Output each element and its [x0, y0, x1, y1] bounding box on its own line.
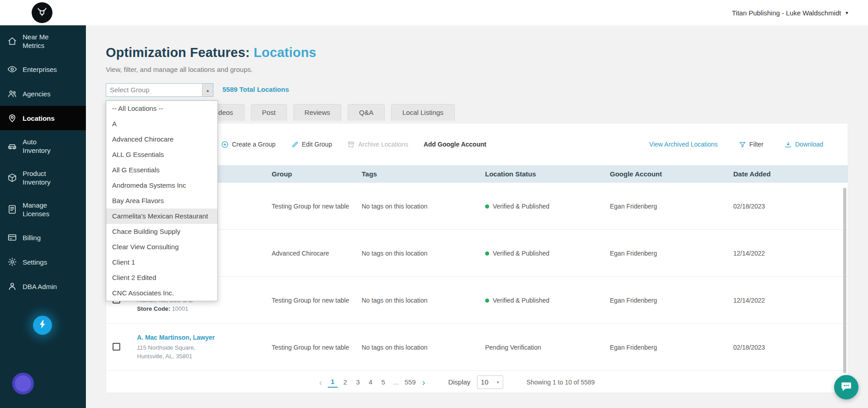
group-option[interactable]: Carmelita's Mexican Restaurant — [106, 209, 217, 224]
view-archived-locations-link[interactable]: View Archived Locations — [649, 141, 718, 148]
sidebar-item-locations[interactable]: Locations — [0, 106, 86, 130]
sidebar-item-product-inventory[interactable]: Product Inventory — [0, 162, 86, 194]
showing-range-label: Showing 1 to 10 of 5589 — [527, 379, 595, 386]
group-option[interactable]: -- All Locations -- — [106, 101, 217, 116]
group-option[interactable]: ALL G Essentials — [106, 147, 217, 162]
sidebar-item-label: Auto Inventory — [23, 138, 62, 155]
quick-action-button[interactable] — [33, 316, 52, 335]
group-option[interactable]: Client 2 Edited — [106, 270, 217, 285]
archive-box-icon — [347, 141, 355, 148]
sidebar-item-label: Product Inventory — [23, 169, 62, 186]
page-button-1[interactable]: 1 — [328, 376, 338, 388]
table-scrollbar[interactable] — [843, 188, 846, 373]
display-label: Display — [448, 378, 470, 386]
titan-logo[interactable] — [32, 2, 52, 23]
group-option[interactable]: Bay Area Flavors — [106, 193, 217, 209]
group-select-value: Select Group — [106, 84, 202, 96]
row-checkbox[interactable] — [113, 343, 120, 351]
store-code: Store Code: 10001 — [137, 304, 266, 313]
group-option[interactable]: A — [106, 116, 217, 132]
date-added-cell: 02/18/2023 — [733, 344, 848, 351]
column-header-location-status: Location Status — [485, 170, 610, 178]
group-option[interactable]: CNC Associates Inc. — [106, 285, 217, 301]
next-page-button[interactable]: › — [422, 378, 425, 387]
date-added-cell: 12/14/2022 — [733, 297, 848, 304]
group-option[interactable]: Andromeda Systems Inc — [106, 178, 217, 193]
account-label: Titan Publishing - Luke Waldschmidt — [732, 9, 841, 17]
edit-group-button[interactable]: Edit Group — [291, 141, 332, 148]
sidebar-item-label: Settings — [23, 258, 47, 266]
page-list: 12345...559 — [326, 376, 418, 388]
tags-cell: No tags on this location — [362, 344, 485, 351]
group-cell: Testing Group for new table — [272, 203, 362, 210]
group-select[interactable]: Select Group ▴ — [106, 83, 213, 97]
status-cell: Verified & Published — [485, 296, 610, 304]
filter-button[interactable]: Filter — [739, 141, 764, 148]
sidebar-item-settings[interactable]: Settings — [0, 250, 86, 274]
sidebar-item-label: Enterprises — [23, 65, 57, 74]
status-cell: Verified & Published — [485, 202, 610, 210]
sidebar-item-billing[interactable]: Billing — [0, 225, 86, 250]
sidebar-item-label: Manage Licenses — [23, 201, 62, 218]
group-option[interactable]: All G Essentials — [106, 162, 217, 178]
page-button-5[interactable]: 5 — [378, 377, 388, 387]
tab-post[interactable]: Post — [251, 104, 287, 121]
billing-icon — [7, 232, 17, 242]
sidebar-item-label: Locations — [23, 114, 55, 123]
group-option[interactable]: Clear View Consulting — [106, 239, 217, 255]
chat-bubble-icon — [840, 380, 853, 394]
tab-reviews[interactable]: Reviews — [293, 104, 342, 121]
sidebar-item-dba-admin[interactable]: DBA Admin — [0, 274, 86, 299]
google-account-cell: Egan Fridenberg — [610, 297, 733, 304]
chevron-down-icon: ▾ — [845, 10, 848, 16]
create-group-button[interactable]: Create a Group — [221, 141, 276, 148]
total-locations-label: 5589 Total Locations — [222, 85, 289, 93]
download-icon — [784, 141, 792, 148]
sidebar-item-enterprises[interactable]: Enterprises — [0, 57, 86, 81]
sidebar-item-agencies[interactable]: Agencies — [0, 81, 86, 106]
group-option[interactable]: Client 1 — [106, 255, 217, 270]
group-option[interactable]: Advanced Chirocare — [106, 132, 217, 147]
sidebar-item-label: Agencies — [23, 90, 51, 98]
chevron-up-icon: ▴ — [207, 88, 209, 93]
eye-icon — [7, 64, 17, 74]
gear-icon — [7, 257, 17, 267]
column-header-google-account: Google Account — [610, 170, 733, 178]
group-option[interactable]: Chace Building Supply — [106, 224, 217, 239]
location-name-link[interactable]: A. Mac Martinson, Lawyer — [137, 334, 266, 341]
page-button-4[interactable]: 4 — [366, 377, 376, 387]
box-icon — [7, 173, 17, 183]
download-button[interactable]: Download — [784, 141, 823, 148]
location-address-line: Huntsville, AL, 35801 — [137, 352, 266, 361]
group-select-toggle-button[interactable]: ▴ — [202, 84, 213, 96]
google-account-cell: Egan Fridenberg — [610, 344, 733, 351]
table-row: A. Mac Martinson, Lawyer115 Northside Sq… — [106, 324, 848, 371]
bull-logo-icon — [36, 5, 48, 20]
page-size-select[interactable]: 10 ▾ — [477, 375, 503, 389]
floating-widget-button[interactable] — [12, 373, 34, 394]
prev-page-button[interactable]: ‹ — [319, 378, 322, 387]
page-title: Optimization Features: Locations — [106, 45, 848, 60]
home-icon — [7, 36, 17, 46]
tags-cell: No tags on this location — [362, 297, 485, 304]
sidebar-item-manage-licenses[interactable]: Manage Licenses — [0, 194, 86, 225]
tab-q-a[interactable]: Q&A — [348, 104, 385, 121]
page-button-3[interactable]: 3 — [353, 377, 363, 387]
pagination-bar: ‹ 12345...559 › Display 10 ▾ Showing 1 t… — [106, 371, 848, 393]
page-button-559[interactable]: 559 — [404, 377, 417, 387]
sidebar-item-auto-inventory[interactable]: Auto Inventory — [0, 130, 86, 162]
page-button-2[interactable]: 2 — [340, 377, 350, 387]
chat-launcher-button[interactable] — [834, 375, 859, 399]
column-header-date-added: Date Added — [733, 170, 848, 178]
tab-local-listings[interactable]: Local Listings — [391, 104, 455, 121]
column-header-group: Group — [272, 170, 362, 178]
account-menu[interactable]: Titan Publishing - Luke Waldschmidt ▾ — [732, 0, 848, 25]
column-header-tags: Tags — [362, 170, 485, 178]
license-icon — [7, 204, 17, 214]
add-google-account-button[interactable]: Add Google Account — [424, 141, 486, 148]
sidebar-item-label: Billing — [23, 233, 41, 242]
topbar: Titan Publishing - Luke Waldschmidt ▾ — [0, 0, 868, 25]
status-cell: Verified & Published — [485, 249, 610, 257]
sidebar-item-near-me-metrics[interactable]: Near Me Metrics — [0, 25, 86, 57]
archive-locations-button[interactable]: Archive Locations — [347, 141, 408, 148]
